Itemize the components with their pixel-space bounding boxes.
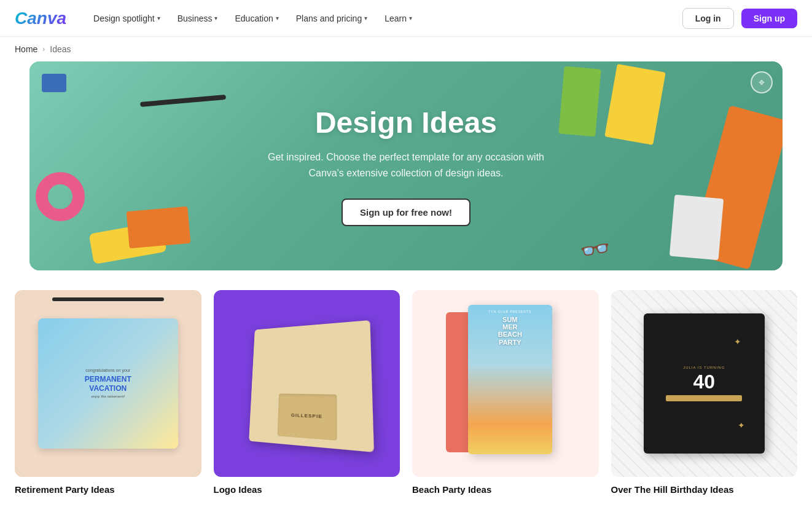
signup-button[interactable]: Sign up <box>741 9 797 28</box>
retirement-pencil-decor <box>52 297 164 301</box>
birthday-star-icon-2: ✦ <box>738 420 745 430</box>
beach-card-header: TYN CLUB PRESENTS <box>488 310 531 313</box>
navbar: Canva Design spotlight ▾ Business ▾ Educ… <box>0 0 812 37</box>
breadcrumb-separator: › <box>42 45 45 53</box>
breadcrumb-home-link[interactable]: Home <box>15 44 37 54</box>
birthday-star-icon-1: ✦ <box>734 337 741 347</box>
canva-wordmark: Canva <box>15 9 66 28</box>
beach-card-main: TYN CLUB PRESENTS SUMMERBEACHPARTY <box>468 305 552 454</box>
hero-wrapper: 👓 Design Ideas Get inspired. Choose the … <box>0 61 812 270</box>
card-birthday-label: Over The Hill Birthday Ideas <box>611 484 798 495</box>
hero-title: Design Ideas <box>259 106 553 140</box>
nav-label-education: Education <box>235 14 273 23</box>
card-logo-label: Logo Ideas <box>214 484 400 495</box>
cards-grid: congratulations on your PERMANENTVACATIO… <box>15 290 797 495</box>
breadcrumb: Home › Ideas <box>0 37 812 61</box>
logo-text: GILLESPIE <box>291 412 322 420</box>
retirement-congrats-text: congratulations on your <box>85 368 130 372</box>
logo-box: GILLESPIE <box>249 320 374 452</box>
birthday-bar <box>666 395 742 401</box>
retirement-title-text: PERMANENTVACATION <box>85 375 131 393</box>
chevron-down-icon: ▾ <box>276 15 279 22</box>
card-retirement[interactable]: congratulations on your PERMANENTVACATIO… <box>15 290 201 495</box>
card-beach[interactable]: TYN CLUB PRESENTS SUMMERBEACHPARTY Beach… <box>412 290 599 495</box>
nav-actions: Log in Sign up <box>682 8 797 29</box>
card-beach-label: Beach Party Ideas <box>412 484 599 495</box>
card-birthday[interactable]: JULIA IS TURNING 40 ✦ ✦ Over The Hill Bi… <box>611 290 798 495</box>
retirement-sub-text: enjoy the retirement! <box>91 395 125 398</box>
nav-label-plans-pricing: Plans and pricing <box>296 14 362 23</box>
retirement-card-inner: congratulations on your PERMANENTVACATIO… <box>38 318 178 449</box>
birthday-top-text: JULIA IS TURNING <box>683 366 725 369</box>
hero-banner: 👓 Design Ideas Get inspired. Choose the … <box>29 61 783 270</box>
hero-content: Design Ideas Get inspired. Choose the pe… <box>234 106 578 226</box>
nav-links: Design spotlight ▾ Business ▾ Education … <box>86 9 682 28</box>
nav-item-business[interactable]: Business ▾ <box>170 9 225 28</box>
beach-card-title: SUMMERBEACHPARTY <box>498 316 522 345</box>
nav-item-design-spotlight[interactable]: Design spotlight ▾ <box>86 9 168 28</box>
nav-item-plans-pricing[interactable]: Plans and pricing ▾ <box>289 9 375 28</box>
hero-subtitle: Get inspired. Choose the perfect templat… <box>259 149 553 181</box>
card-logo[interactable]: GILLESPIE Logo Ideas <box>214 290 400 495</box>
hero-cta-button[interactable]: Sign up for free now! <box>342 199 470 226</box>
birthday-inner: JULIA IS TURNING 40 <box>644 313 765 454</box>
birthday-number: 40 <box>693 372 715 391</box>
chevron-down-icon: ▾ <box>409 15 412 22</box>
chevron-down-icon: ▾ <box>214 15 217 22</box>
nav-label-learn: Learn <box>385 14 407 23</box>
cards-section: congratulations on your PERMANENTVACATIO… <box>0 270 812 519</box>
nav-item-learn[interactable]: Learn ▾ <box>377 9 420 28</box>
nav-item-education[interactable]: Education ▾ <box>227 9 286 28</box>
card-beach-image: TYN CLUB PRESENTS SUMMERBEACHPARTY <box>412 290 599 477</box>
nav-label-business: Business <box>178 14 213 23</box>
nav-label-design-spotlight: Design spotlight <box>93 14 155 23</box>
logo-inner: GILLESPIE <box>277 393 337 441</box>
breadcrumb-current: Ideas <box>50 44 71 54</box>
logo[interactable]: Canva <box>15 9 66 28</box>
login-button[interactable]: Log in <box>682 8 734 29</box>
chevron-down-icon: ▾ <box>157 15 160 22</box>
card-birthday-image: JULIA IS TURNING 40 ✦ ✦ <box>611 290 798 477</box>
card-retirement-label: Retirement Party Ideas <box>15 484 201 495</box>
hero-search-icon[interactable] <box>751 71 773 93</box>
card-retirement-image: congratulations on your PERMANENTVACATIO… <box>15 290 201 477</box>
chevron-down-icon: ▾ <box>364 15 367 22</box>
card-logo-image: GILLESPIE <box>214 290 400 477</box>
